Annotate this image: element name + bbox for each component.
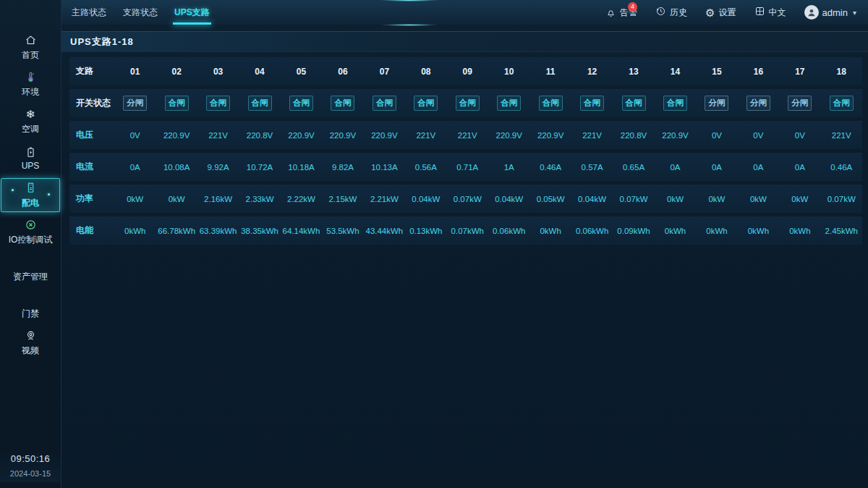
switch-status-badge: 合闸 (414, 96, 438, 111)
switch-status-badge: 分闸 (788, 96, 812, 111)
sidebar-item-label: 资产管理 (13, 271, 48, 283)
table-cell: 0V (696, 131, 737, 140)
table-cell: 43.44kWh (364, 227, 405, 235)
table-cell: 0.06kWh (571, 227, 613, 235)
sidebar-item-7[interactable]: 资产管理 (0, 251, 61, 287)
table-row-columns: 支路010203040506070809101112131415161718 (69, 57, 862, 85)
table-cell: 合闸 (613, 96, 654, 111)
sidebar-item-label: 环境 (22, 86, 39, 98)
table-cell: 0kWh (779, 227, 820, 235)
switch-status-badge: 合闸 (456, 96, 480, 111)
table-cell: 07 (364, 67, 405, 77)
bell-icon: 4 (605, 7, 616, 18)
ups-battery-icon (25, 146, 37, 159)
row-header: 开关状态 (69, 97, 114, 109)
language-button[interactable]: 中文 (754, 6, 786, 19)
table-cell: 0.46A (821, 163, 862, 172)
power-cabinet-icon (25, 182, 37, 195)
table-cell: 合闸 (655, 96, 696, 111)
snowflake-icon: ❄ (26, 108, 35, 121)
table-cell: 10.72A (239, 163, 280, 172)
table-cell: 0.56A (405, 163, 446, 172)
table-cell: 0kW (738, 195, 779, 203)
table-cell: 2.15kW (322, 195, 363, 203)
table-cell: 0A (114, 163, 156, 172)
switch-status-badge: 合闸 (622, 96, 646, 111)
clock-time: 09:50:16 (0, 453, 61, 464)
table-cell: 221V (447, 131, 488, 140)
user-menu[interactable]: admin ▾ (804, 5, 856, 20)
top-nav: 主路状态支路状态UPS支路 4 告警 历史 ⚙ 设置 中文 (61, 0, 868, 25)
thermometer-icon: c (25, 71, 37, 84)
tab-1[interactable]: 主路状态 (70, 0, 108, 25)
table-cell: 0.09kWh (613, 227, 654, 235)
table-cell: 221V (405, 131, 446, 140)
sidebar: 首页c环境❄空调UPS配电IO控制调试资产管理门禁视频 09:50:16 202… (0, 0, 61, 488)
table-cell: 0kW (114, 195, 156, 203)
tab-3[interactable]: UPS支路 (173, 0, 211, 25)
sidebar-item-3[interactable]: ❄空调 (0, 103, 61, 140)
sidebar-item-9[interactable]: 视频 (0, 324, 61, 361)
table-cell: 220.9V (488, 131, 529, 140)
table-cell: 12 (571, 67, 613, 77)
table-cell: 220.9V (281, 131, 322, 140)
sidebar-item-2[interactable]: c环境 (0, 66, 61, 103)
avatar (804, 5, 819, 20)
sidebar-item-6[interactable]: IO控制调试 (0, 214, 61, 251)
table-cell: 0A (655, 163, 696, 172)
row-header: 功率 (69, 193, 114, 205)
sidebar-menu: 首页c环境❄空调UPS配电IO控制调试资产管理门禁视频 (0, 0, 61, 361)
table-cell: 38.35kWh (239, 227, 280, 235)
table-cell: 0.07kW (821, 195, 862, 203)
sidebar-clock: 09:50:16 2024-03-15 (0, 449, 61, 482)
table-cell: 0.13kWh (405, 227, 446, 235)
ups-branch-table: 支路010203040506070809101112131415161718开关… (69, 57, 862, 245)
gear-icon: ⚙ (705, 7, 715, 18)
table-cell: 合闸 (529, 96, 571, 111)
settings-button[interactable]: ⚙ 设置 (705, 7, 736, 19)
sidebar-item-1[interactable]: 首页 (0, 29, 61, 66)
switch-status-badge: 合闸 (580, 96, 604, 111)
table-cell: 0kWh (114, 227, 156, 235)
sidebar-item-8[interactable]: 门禁 (0, 287, 61, 324)
nav-glow-streak-top (380, 0, 438, 1)
sidebar-item-5[interactable]: 配电 (1, 178, 60, 212)
table-cell: 220.8V (239, 131, 280, 140)
table-cell: 221V (197, 131, 239, 140)
table-cell: 220.8V (613, 131, 654, 140)
table-cell: 分闸 (738, 96, 779, 111)
row-header: 支路 (69, 65, 114, 77)
table-row-switch-status: 开关状态分闸合闸合闸合闸合闸合闸合闸合闸合闸合闸合闸合闸合闸合闸分闸分闸分闸合闸 (69, 89, 862, 117)
main-content: UPS支路1-18 支路0102030405060708091011121314… (61, 25, 868, 488)
history-button[interactable]: 历史 (655, 6, 687, 19)
sidebar-item-4[interactable]: UPS (0, 140, 61, 177)
table-cell: 0kWh (696, 227, 737, 235)
sidebar-item-label: 空调 (22, 123, 39, 135)
table-cell: 0.04kW (571, 195, 613, 203)
sidebar-item-label: 视频 (22, 345, 39, 357)
table-cell: 2.33kW (239, 195, 280, 203)
table-cell: 9.82A (322, 163, 363, 172)
table-row-energy: 电能0kWh66.78kWh63.39kWh38.35kWh64.14kWh53… (69, 216, 862, 245)
table-cell: 分闸 (114, 96, 156, 111)
table-cell: 2.22kW (281, 195, 322, 203)
table-cell: 66.78kWh (156, 227, 197, 235)
history-label: 历史 (670, 7, 687, 19)
svg-text:c: c (32, 72, 34, 75)
switch-status-badge: 合闸 (248, 96, 272, 111)
camera-icon (25, 329, 37, 342)
chevron-down-icon: ▾ (853, 9, 856, 17)
alarm-button[interactable]: 4 告警 (605, 7, 637, 19)
table-cell: 1A (488, 163, 529, 172)
sidebar-item-label: 首页 (22, 49, 39, 62)
app-root: { "colors": { "accent_cyan": "#35e0f0", … (0, 0, 868, 488)
tab-2[interactable]: 支路状态 (122, 0, 159, 25)
table-cell: 0kW (779, 195, 820, 203)
table-cell: 0A (738, 163, 779, 172)
sidebar-item-label: 配电 (22, 197, 39, 209)
table-cell: 0.46A (529, 163, 571, 172)
table-cell: 0kWh (529, 227, 571, 235)
panel-title-bar: UPS支路1-18 (61, 31, 868, 52)
table-cell: 合闸 (821, 96, 862, 111)
history-clock-icon (655, 6, 666, 19)
